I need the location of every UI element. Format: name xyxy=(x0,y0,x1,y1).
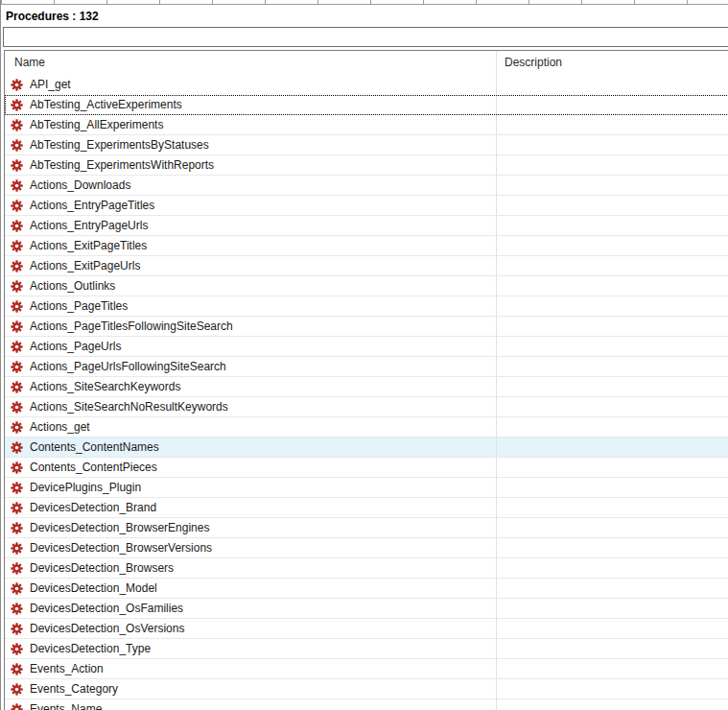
table-row[interactable]: AbTesting_AllExperiments xyxy=(5,115,728,135)
procedure-name: AbTesting_ExperimentsByStatuses xyxy=(30,135,209,154)
gear-icon xyxy=(11,300,23,313)
procedure-description xyxy=(497,155,728,175)
procedure-name: Contents_ContentNames xyxy=(30,438,159,457)
procedure-description xyxy=(497,599,728,618)
table-row[interactable]: Actions_Outlinks xyxy=(5,276,728,296)
gear-icon xyxy=(11,462,23,474)
table-row[interactable]: Actions_get xyxy=(5,417,728,438)
gear-icon xyxy=(11,79,23,91)
procedure-name: Events_Name xyxy=(30,699,102,710)
table-row[interactable]: Events_Category xyxy=(5,679,728,699)
table-row[interactable]: Events_Name xyxy=(5,699,728,710)
table-header: Name Description xyxy=(5,51,728,75)
table-body: API_get xyxy=(5,75,728,710)
name-cell: Actions_PageTitlesFollowingSiteSearch xyxy=(5,317,497,336)
name-cell: DevicesDetection_BrowserVersions xyxy=(5,538,497,557)
procedure-name: Actions_EntryPageUrls xyxy=(30,216,148,235)
name-cell: DevicesDetection_OsVersions xyxy=(5,619,497,638)
gear-icon xyxy=(11,139,23,152)
gear-icon xyxy=(11,119,23,131)
table-row[interactable]: API_get xyxy=(5,75,728,95)
table-row[interactable]: Actions_EntryPageUrls xyxy=(5,216,728,236)
table-row[interactable]: Actions_PageUrlsFollowingSiteSearch xyxy=(5,357,728,377)
name-cell: DevicesDetection_Brand xyxy=(5,498,497,517)
table-row[interactable]: AbTesting_ExperimentsWithReports xyxy=(5,155,728,176)
procedure-name: Events_Action xyxy=(30,659,104,678)
name-cell: Contents_ContentNames xyxy=(5,438,497,457)
gear-icon xyxy=(11,341,23,353)
table-row[interactable]: AbTesting_ExperimentsByStatuses xyxy=(5,135,728,155)
procedure-name: DevicesDetection_OsFamilies xyxy=(30,599,183,618)
gear-icon xyxy=(11,603,23,615)
table-row[interactable]: Actions_SiteSearchNoResultKeywords xyxy=(5,397,728,417)
procedure-name: DevicesDetection_Browsers xyxy=(30,558,174,578)
name-cell: Actions_Outlinks xyxy=(5,276,497,296)
table-row[interactable]: Actions_ExitPageUrls xyxy=(5,256,728,276)
procedure-description xyxy=(497,115,728,134)
ruler-strip xyxy=(1,0,728,5)
procedure-name: DevicesDetection_OsVersions xyxy=(30,619,184,638)
procedure-description xyxy=(497,176,728,195)
procedure-description xyxy=(497,135,728,154)
procedure-description xyxy=(497,438,728,457)
filter-input[interactable] xyxy=(3,27,728,47)
table-row[interactable]: Actions_PageTitles xyxy=(5,296,728,317)
table-row[interactable]: Actions_SiteSearchKeywords xyxy=(5,377,728,397)
procedure-name: DevicePlugins_Plugin xyxy=(30,478,141,497)
table-row[interactable]: DevicesDetection_BrowserEngines xyxy=(5,518,728,538)
table-row[interactable]: Actions_PageTitlesFollowingSiteSearch xyxy=(5,317,728,337)
gear-icon xyxy=(11,320,23,333)
procedure-name: Actions_ExitPageUrls xyxy=(30,256,140,275)
table-row[interactable]: DevicesDetection_OsVersions xyxy=(5,619,728,639)
gear-icon xyxy=(11,522,23,534)
table-row[interactable]: Actions_EntryPageTitles xyxy=(5,196,728,216)
table-row[interactable]: Actions_Downloads xyxy=(5,176,728,196)
name-cell: Actions_PageUrls xyxy=(5,337,497,356)
procedure-description xyxy=(497,579,728,598)
gear-icon xyxy=(11,401,23,414)
procedure-description xyxy=(497,417,728,437)
table-row[interactable]: DevicesDetection_Browsers xyxy=(5,558,728,579)
gear-icon xyxy=(11,260,23,272)
table-row[interactable]: Contents_ContentNames xyxy=(5,438,728,458)
procedure-name: Actions_PageUrls xyxy=(30,337,121,356)
procedure-description xyxy=(497,558,728,578)
column-header-name[interactable]: Name xyxy=(5,51,497,75)
column-header-description[interactable]: Description xyxy=(497,51,728,75)
name-cell: Actions_PageTitles xyxy=(5,296,497,316)
procedure-description xyxy=(497,538,728,557)
procedure-description xyxy=(497,679,728,698)
procedures-table: Name Description xyxy=(4,50,728,710)
gear-icon xyxy=(11,502,23,514)
table-row[interactable]: Actions_PageUrls xyxy=(5,337,728,357)
name-cell: Events_Category xyxy=(5,679,497,698)
procedure-name: Events_Category xyxy=(30,679,118,698)
procedure-name: AbTesting_ExperimentsWithReports xyxy=(30,155,214,175)
name-cell: Actions_SiteSearchNoResultKeywords xyxy=(5,397,497,416)
gear-icon xyxy=(11,159,23,172)
gear-icon xyxy=(11,703,23,710)
gear-icon xyxy=(11,482,23,494)
table-row[interactable]: DevicesDetection_OsFamilies xyxy=(5,599,728,619)
table-row[interactable]: DevicesDetection_BrowserVersions xyxy=(5,538,728,558)
gear-icon xyxy=(11,542,23,555)
table-row[interactable]: AbTesting_ActiveExperiments xyxy=(5,95,728,115)
procedure-description xyxy=(497,317,728,336)
procedure-description xyxy=(497,296,728,316)
procedure-description xyxy=(497,478,728,497)
table-row[interactable]: DevicePlugins_Plugin xyxy=(5,478,728,498)
gear-icon xyxy=(11,220,23,232)
table-row[interactable]: Contents_ContentPieces xyxy=(5,458,728,478)
table-row[interactable]: Actions_ExitPageTitles xyxy=(5,236,728,256)
table-row[interactable]: DevicesDetection_Model xyxy=(5,579,728,599)
name-cell: Actions_EntryPageTitles xyxy=(5,196,497,215)
table-row[interactable]: DevicesDetection_Brand xyxy=(5,498,728,518)
table-row[interactable]: Events_Action xyxy=(5,659,728,679)
procedure-name: Actions_PageTitlesFollowingSiteSearch xyxy=(30,317,233,336)
procedure-name: Actions_ExitPageTitles xyxy=(30,236,147,255)
gear-icon xyxy=(11,381,23,393)
name-cell: Events_Name xyxy=(5,699,497,710)
procedure-name: DevicesDetection_Brand xyxy=(30,498,156,517)
procedure-name: Actions_Outlinks xyxy=(30,276,115,296)
table-row[interactable]: DevicesDetection_Type xyxy=(5,639,728,659)
